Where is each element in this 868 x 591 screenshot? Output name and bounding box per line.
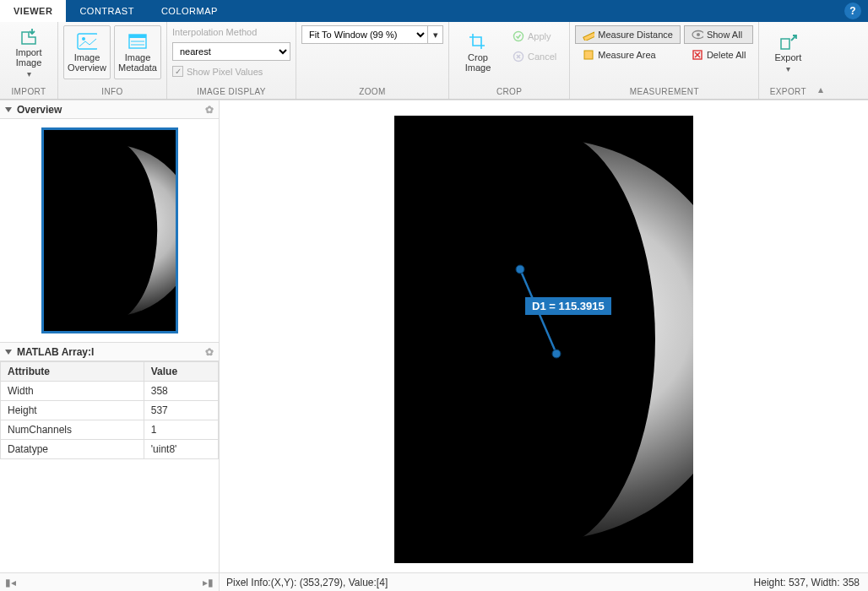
pixel-info: Pixel Info:(X,Y): (353,279), Value:[4]	[220, 577, 746, 588]
svg-rect-9	[584, 51, 593, 59]
measure-distance-button[interactable]: Measure Distance	[575, 25, 681, 44]
toolstrip: Import Image ▾ IMPORT Image Overview Ima…	[0, 22, 868, 100]
nav-last-icon[interactable]: ▸▮	[203, 577, 214, 588]
attributes-body: Attribute Value Width358 Height537 NumCh…	[0, 361, 219, 572]
distance-endpoint[interactable]	[516, 265, 524, 274]
group-import-label: IMPORT	[0, 85, 57, 99]
attr-value: 1	[144, 420, 218, 440]
delete-all-button[interactable]: Delete All	[684, 46, 753, 64]
delete-icon	[692, 49, 703, 61]
attr-value: 537	[144, 401, 218, 420]
array-pane-header[interactable]: MATLAB Array:I ✿	[0, 343, 219, 361]
import-icon	[19, 27, 39, 46]
group-info-label: INFO	[58, 85, 166, 99]
image-dims: Height: 537, Width: 358	[746, 577, 868, 588]
import-image-label: Import Image	[15, 47, 41, 68]
svg-rect-3	[129, 35, 146, 38]
show-pixel-values-label: Show Pixel Values	[187, 67, 263, 77]
collapse-toolstrip-icon[interactable]: ▴	[816, 84, 827, 99]
table-row: NumChannels1	[1, 420, 219, 440]
crop-apply-label: Apply	[528, 31, 551, 41]
import-image-button[interactable]: Import Image ▾	[5, 25, 52, 79]
measure-area-label: Measure Area	[598, 50, 655, 60]
group-display-label: IMAGE DISPLAY	[167, 85, 296, 99]
show-all-button[interactable]: Show All	[684, 25, 753, 44]
image-overview-label: Image Overview	[68, 52, 106, 73]
overview-thumbnail[interactable]	[41, 127, 178, 333]
distance-endpoint[interactable]	[552, 350, 561, 358]
group-crop: Crop Image Apply Cancel CROP	[449, 22, 570, 99]
tab-viewer[interactable]: VIEWER	[0, 0, 66, 22]
svg-rect-0	[78, 34, 97, 49]
main-row: Overview ✿ MATLAB Array:I ✿	[0, 100, 868, 572]
chevron-down-icon	[5, 107, 12, 112]
displayed-image[interactable]: D1 = 115.3915	[394, 116, 693, 563]
measure-area-button[interactable]: Measure Area	[575, 46, 681, 64]
gear-icon[interactable]: ✿	[205, 104, 214, 116]
group-crop-label: CROP	[449, 85, 569, 99]
zoom-select[interactable]: Fit To Window (99 %)	[301, 25, 428, 44]
nav-first-icon[interactable]: ▮◂	[5, 577, 16, 588]
group-measurement-label: MEASUREMENT	[570, 85, 758, 99]
attributes-table: Attribute Value Width358 Height537 NumCh…	[0, 361, 219, 459]
crop-image-label: Crop Image	[465, 52, 491, 73]
image-overview-icon	[77, 32, 97, 51]
main-tabbar: VIEWER CONTRAST COLORMAP ?	[0, 0, 868, 22]
attr-name: Width	[1, 382, 144, 401]
export-icon	[778, 32, 798, 51]
export-dropdown-icon: ▾	[786, 64, 790, 73]
group-import: Import Image ▾ IMPORT	[0, 22, 58, 99]
delete-all-label: Delete All	[707, 50, 746, 60]
array-pane-title: MATLAB Array:I	[17, 346, 94, 358]
attr-name: Datatype	[1, 440, 144, 459]
group-zoom: Fit To Window (99 %) ▾ ZOOM	[296, 22, 449, 99]
eye-icon	[692, 29, 703, 41]
group-zoom-label: ZOOM	[296, 85, 448, 99]
svg-rect-8	[583, 32, 594, 41]
interpolation-label: Interpolation Method	[172, 27, 290, 37]
cancel-icon	[513, 51, 524, 62]
show-pixel-values-checkbox: ✓	[172, 66, 183, 77]
interpolation-select[interactable]: nearest	[172, 42, 290, 61]
header-value: Value	[144, 362, 218, 382]
group-export-label: EXPORT	[759, 85, 816, 99]
crop-cancel-button: Cancel	[505, 47, 564, 66]
attr-name: NumChannels	[1, 420, 144, 440]
image-metadata-label: Image Metadata	[118, 52, 157, 73]
crop-image-button[interactable]: Crop Image	[454, 25, 502, 79]
image-metadata-button[interactable]: Image Metadata	[114, 25, 161, 79]
image-canvas[interactable]: D1 = 115.3915	[220, 100, 868, 572]
help-icon[interactable]: ?	[844, 3, 861, 19]
export-button[interactable]: Export ▾	[764, 25, 811, 79]
image-metadata-icon	[127, 32, 148, 51]
nav-segment: ▮◂ ▸▮	[0, 573, 220, 591]
table-row: Width358	[1, 382, 219, 401]
svg-point-6	[514, 32, 524, 41]
status-bar: ▮◂ ▸▮ Pixel Info:(X,Y): (353,279), Value…	[0, 572, 868, 591]
image-overview-button[interactable]: Image Overview	[63, 25, 111, 79]
tab-colormap[interactable]: COLORMAP	[148, 0, 231, 22]
crop-cancel-label: Cancel	[528, 52, 556, 62]
crop-apply-button: Apply	[505, 27, 564, 46]
table-row: Height537	[1, 401, 219, 420]
overview-pane-header[interactable]: Overview ✿	[0, 100, 219, 119]
group-image-display: Interpolation Method nearest ✓ Show Pixe…	[167, 22, 296, 99]
attr-value: 358	[144, 382, 218, 401]
zoom-dropdown-button[interactable]: ▾	[428, 25, 443, 44]
group-export: Export ▾ EXPORT	[759, 22, 816, 99]
measure-distance-label: Measure Distance	[598, 30, 673, 40]
tab-contrast[interactable]: CONTRAST	[66, 0, 148, 22]
gear-icon[interactable]: ✿	[205, 346, 214, 358]
overview-body	[0, 119, 219, 343]
export-label: Export	[774, 52, 801, 62]
crop-icon	[468, 32, 488, 51]
left-panel: Overview ✿ MATLAB Array:I ✿	[0, 100, 220, 572]
attr-value: 'uint8'	[144, 440, 218, 459]
group-info: Image Overview Image Metadata INFO	[58, 22, 167, 99]
import-dropdown-icon: ▾	[27, 69, 31, 79]
group-measurement: Measure Distance Measure Area Show All D…	[570, 22, 759, 99]
distance-label[interactable]: D1 = 115.3915	[525, 297, 611, 315]
ruler-icon	[583, 29, 594, 41]
header-attribute: Attribute	[1, 362, 144, 382]
chevron-down-icon	[5, 350, 12, 355]
